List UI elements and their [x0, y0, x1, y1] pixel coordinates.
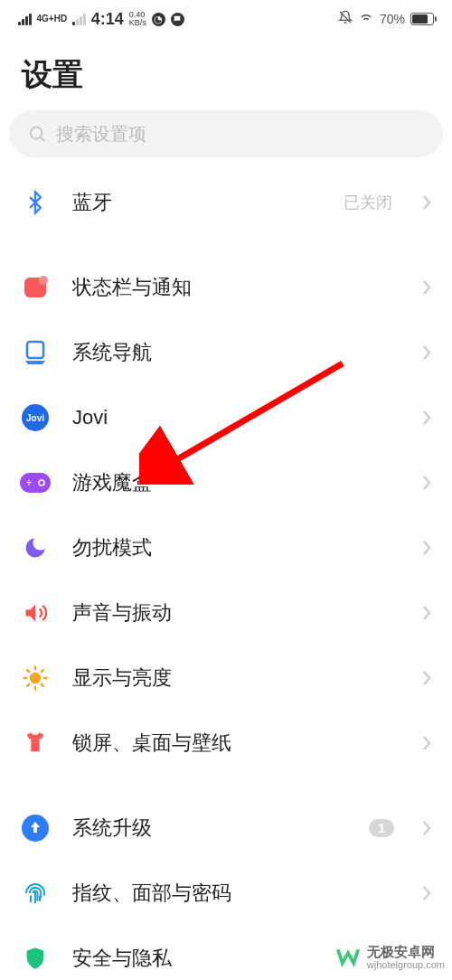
battery-icon: [410, 13, 434, 25]
watermark: 无极安卓网 wjhotelgroup.com: [334, 944, 445, 971]
upgrade-icon: [20, 813, 51, 843]
svg-text:+: +: [25, 476, 32, 489]
bell-mute-icon: [338, 10, 353, 28]
setting-item-system-upgrade[interactable]: 系统升级 1: [20, 796, 432, 861]
search-placeholder: 搜索设置项: [56, 122, 146, 146]
net-speed: 0.40 KB/s: [129, 11, 146, 27]
setting-item-statusbar-notifications[interactable]: 状态栏与通知: [20, 255, 432, 320]
status-right: 70%: [338, 9, 434, 29]
setting-label: 显示与亮度: [72, 664, 400, 692]
search-icon: [27, 124, 47, 144]
chat-bubble-icon: [171, 13, 184, 26]
chevron-right-icon: [421, 604, 432, 622]
watermark-title: 无极安卓网: [367, 944, 445, 959]
setting-label: 系统导航: [72, 339, 400, 366]
chevron-right-icon: [421, 734, 432, 752]
setting-label: 状态栏与通知: [72, 274, 400, 301]
tshirt-icon: [20, 728, 51, 759]
update-badge: 1: [369, 819, 394, 837]
section-divider: [20, 776, 432, 796]
watermark-logo-icon: [334, 944, 362, 971]
moon-icon: [20, 532, 51, 563]
svg-rect-5: [27, 342, 43, 358]
chevron-right-icon: [421, 193, 432, 212]
sun-icon: [20, 663, 51, 693]
bluetooth-icon: [20, 187, 51, 218]
setting-label: 游戏魔盒: [72, 469, 400, 496]
network-label: 4G+HD: [37, 14, 68, 24]
svg-point-1: [31, 127, 42, 139]
chevron-right-icon: [421, 669, 432, 687]
notification-icon: [20, 272, 51, 303]
shield-icon: [20, 943, 51, 974]
setting-label: 声音与振动: [72, 599, 400, 627]
fingerprint-icon: [20, 878, 51, 909]
chevron-right-icon: [421, 344, 432, 362]
chevron-right-icon: [421, 819, 432, 837]
compass-icon: ◔: [152, 13, 165, 26]
setting-label: 勿扰模式: [72, 534, 400, 561]
setting-label: 蓝牙: [72, 189, 322, 216]
clock: 4:14: [91, 10, 124, 29]
page-title: 设置: [0, 38, 452, 110]
setting-item-dnd[interactable]: 勿扰模式: [20, 515, 432, 580]
status-left: 4G+HD 4:14 0.40 KB/s ◔: [18, 10, 184, 29]
navigation-icon: [20, 337, 51, 368]
setting-item-bluetooth[interactable]: 蓝牙 已关闭: [20, 170, 432, 235]
svg-line-17: [42, 684, 43, 686]
svg-point-11: [31, 674, 40, 683]
chevron-right-icon: [421, 884, 432, 902]
setting-label: 系统升级: [72, 815, 347, 842]
chevron-right-icon: [421, 409, 432, 427]
search-input[interactable]: 搜索设置项: [9, 110, 443, 157]
setting-item-system-navigation[interactable]: 系统导航: [20, 320, 432, 385]
chevron-right-icon: [421, 539, 432, 557]
gamebox-icon: +: [20, 467, 51, 498]
setting-label: 指纹、面部与密码: [72, 880, 400, 907]
svg-point-4: [39, 276, 48, 285]
signal-primary-icon: [18, 13, 32, 25]
svg-text:Jovi: Jovi: [26, 413, 44, 423]
speaker-icon: [20, 598, 51, 628]
chevron-right-icon: [421, 278, 432, 297]
status-bar: 4G+HD 4:14 0.40 KB/s ◔ 70%: [0, 0, 452, 38]
svg-line-18: [27, 684, 29, 686]
setting-value: 已关闭: [344, 192, 392, 213]
setting-item-gamebox[interactable]: + 游戏魔盒: [20, 450, 432, 515]
battery-percentage: 70%: [380, 12, 405, 26]
chevron-right-icon: [421, 474, 432, 492]
setting-item-jovi[interactable]: Jovi Jovi: [20, 385, 432, 450]
setting-item-lockscreen[interactable]: 锁屏、桌面与壁纸: [20, 711, 432, 776]
setting-label: 锁屏、桌面与壁纸: [72, 730, 400, 757]
section-divider: [20, 235, 432, 255]
setting-item-sound[interactable]: 声音与振动: [20, 580, 432, 645]
svg-rect-8: [20, 473, 51, 493]
settings-list: 蓝牙 已关闭 状态栏与通知 系统导航 Jovi Jovi + 游戏魔盒: [0, 170, 452, 980]
svg-line-19: [42, 670, 43, 672]
wifi-icon: [358, 9, 374, 29]
watermark-url: wjhotelgroup.com: [367, 959, 445, 971]
jovi-icon: Jovi: [20, 402, 51, 433]
net-speed-unit: KB/s: [129, 19, 146, 27]
svg-line-16: [27, 670, 29, 672]
svg-line-2: [41, 137, 44, 141]
setting-item-display[interactable]: 显示与亮度: [20, 645, 432, 711]
signal-secondary-icon: [72, 13, 86, 25]
setting-label: Jovi: [72, 406, 400, 429]
setting-item-biometrics[interactable]: 指纹、面部与密码: [20, 861, 432, 926]
